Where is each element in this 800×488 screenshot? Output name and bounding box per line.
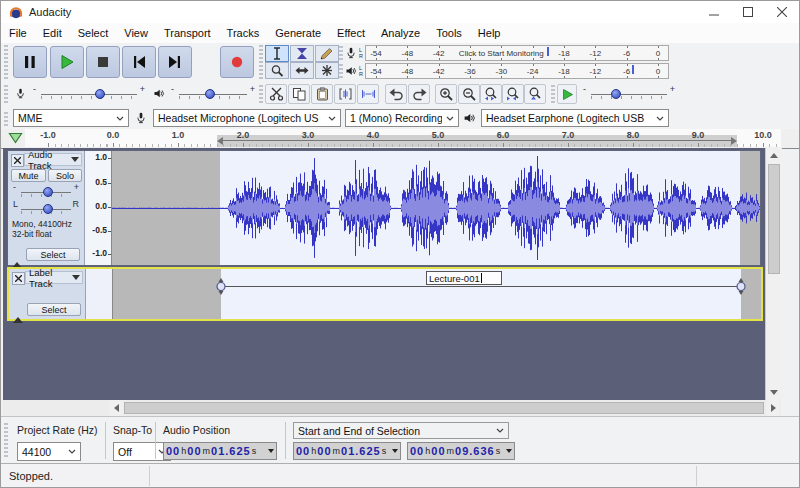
timefield-dropdown-icon[interactable] (506, 449, 512, 453)
recording-device-select[interactable]: Headset Microphone (Logitech US (153, 109, 341, 127)
selection-end-field[interactable]: 00h 00m 09.636s (407, 442, 515, 460)
recording-channels-select[interactable]: 1 (Mono) Recording Char (345, 109, 459, 127)
collapse-track-icon[interactable] (13, 305, 23, 317)
vertical-scrollbar[interactable] (765, 148, 781, 400)
label-end-handle[interactable] (735, 278, 747, 295)
play-button[interactable] (50, 46, 84, 78)
fit-project-button[interactable] (502, 84, 524, 104)
label-track-title-menu[interactable]: Label Track (25, 271, 83, 284)
label-start-handle[interactable] (215, 278, 227, 295)
stop-button[interactable] (86, 46, 120, 78)
label-track-select-button[interactable]: Select (27, 303, 81, 316)
draw-tool-button[interactable] (315, 45, 339, 62)
audio-host-select[interactable]: MME (13, 109, 129, 127)
menu-view[interactable]: View (116, 23, 156, 43)
menu-transport[interactable]: Transport (156, 23, 219, 43)
label-track[interactable]: Label Track Select Lecture-001 (7, 267, 763, 321)
undo-button[interactable] (385, 84, 407, 104)
zoom-in-button[interactable] (435, 84, 457, 104)
edit-toolbar-grip[interactable] (259, 85, 263, 103)
label-extent-line[interactable] (221, 286, 741, 287)
play-at-speed-toolbar-grip[interactable] (551, 85, 555, 103)
scroll-right-button[interactable] (766, 400, 780, 416)
collapse-track-icon[interactable] (12, 250, 22, 262)
pinned-play-head-button[interactable] (6, 130, 24, 146)
close-button[interactable] (765, 1, 799, 23)
menu-tracks[interactable]: Tracks (219, 23, 268, 43)
skip-to-start-button[interactable] (122, 46, 156, 78)
skip-to-end-button[interactable] (158, 46, 192, 78)
menu-effect[interactable]: Effect (329, 23, 373, 43)
scroll-up-button[interactable] (766, 148, 782, 163)
menu-analyze[interactable]: Analyze (373, 23, 428, 43)
multi-tool-button[interactable] (315, 62, 339, 79)
redo-button[interactable] (408, 84, 430, 104)
play-speed-thumb[interactable] (611, 89, 621, 99)
trim-audio-button[interactable] (334, 84, 356, 104)
mixer-toolbar-grip[interactable] (4, 85, 8, 103)
recording-volume-thumb[interactable] (95, 89, 105, 99)
recording-volume-slider[interactable]: - + (33, 86, 145, 102)
menu-select[interactable]: Select (70, 23, 117, 43)
playback-meter-grip[interactable] (339, 64, 343, 78)
audio-track-title-menu[interactable]: Audio Track (24, 153, 82, 166)
envelope-tool-button[interactable] (290, 45, 314, 62)
audio-track-select-button[interactable]: Select (26, 248, 80, 261)
time-shift-tool-button[interactable] (290, 62, 314, 79)
timefield-dropdown-icon[interactable] (392, 449, 398, 453)
zoom-selection-button[interactable] (480, 84, 502, 104)
pan-slider[interactable]: L R (13, 201, 79, 217)
selection-toolbar-grip[interactable] (4, 423, 8, 457)
horizontal-scroll-thumb[interactable] (124, 402, 764, 414)
play-speed-slider[interactable]: - + (583, 86, 675, 102)
playback-device-select[interactable]: Headset Earphone (Logitech USB (481, 109, 669, 127)
pause-button[interactable] (13, 46, 47, 78)
vertical-scroll-thumb[interactable] (768, 164, 780, 274)
menu-tools[interactable]: Tools (428, 23, 470, 43)
minimize-button[interactable] (697, 1, 731, 23)
maximize-button[interactable] (731, 1, 765, 23)
gain-slider[interactable]: - + (13, 184, 79, 200)
horizontal-scrollbar[interactable] (3, 400, 781, 416)
label-track-close-icon[interactable] (12, 272, 25, 285)
playback-meter-scale[interactable]: -54-48-42-36-30-24-18-12-60 (365, 63, 669, 79)
playback-volume-thumb[interactable] (205, 89, 215, 99)
zoom-out-button[interactable] (458, 84, 480, 104)
timeline-ruler[interactable]: -1.00.01.02.03.04.05.06.07.08.09.010.0 (25, 129, 781, 147)
menu-help[interactable]: Help (470, 23, 509, 43)
copy-button[interactable] (288, 84, 310, 104)
project-rate-select[interactable]: 44100 (17, 442, 81, 461)
audio-track-vertical-ruler[interactable]: 1.0 0.5 0.0 -0.5 -1.0 (85, 151, 112, 265)
menu-generate[interactable]: Generate (267, 23, 329, 43)
audio-track-waveform-area[interactable] (112, 151, 760, 265)
label-track-content[interactable]: Lecture-001 (113, 269, 761, 319)
mute-button[interactable]: Mute (11, 169, 46, 182)
scroll-down-button[interactable] (766, 385, 782, 400)
recording-meter[interactable]: LR -54-48-42-18-12-60Click to Start Moni… (339, 44, 669, 62)
menu-file[interactable]: File (1, 23, 35, 43)
playback-meter[interactable]: LR -54-48-42-36-30-24-18-12-60 (339, 62, 669, 80)
zoom-toggle-button[interactable] (524, 84, 546, 104)
silence-audio-button[interactable] (357, 84, 379, 104)
menu-edit[interactable]: Edit (35, 23, 70, 43)
label-text-input[interactable]: Lecture-001 (426, 271, 502, 285)
zoom-tool-button[interactable] (265, 62, 289, 79)
audio-track[interactable]: Audio Track Mute Solo - + L R Mono, 4410… (7, 150, 761, 266)
play-at-speed-button[interactable] (557, 84, 577, 104)
device-toolbar-grip[interactable] (4, 110, 8, 126)
scroll-left-button[interactable] (109, 400, 123, 416)
selection-mode-select[interactable]: Start and End of Selection (293, 422, 509, 439)
recording-meter-grip[interactable] (339, 46, 343, 60)
timefield-dropdown-icon[interactable] (268, 449, 274, 453)
audio-track-close-icon[interactable] (11, 154, 24, 167)
recording-meter-scale[interactable]: -54-48-42-18-12-60Click to Start Monitor… (365, 45, 669, 61)
playback-volume-slider[interactable]: - + (171, 86, 255, 102)
selection-tool-button[interactable] (265, 45, 289, 62)
cut-button[interactable] (265, 84, 287, 104)
audio-position-field[interactable]: 00h 00m 01.625s (163, 442, 277, 460)
paste-button[interactable] (311, 84, 333, 104)
solo-button[interactable]: Solo (48, 169, 82, 182)
transport-toolbar-grip[interactable] (4, 45, 8, 79)
selection-start-field[interactable]: 00h 00m 01.625s (293, 442, 401, 460)
tools-toolbar-grip[interactable] (259, 45, 263, 79)
